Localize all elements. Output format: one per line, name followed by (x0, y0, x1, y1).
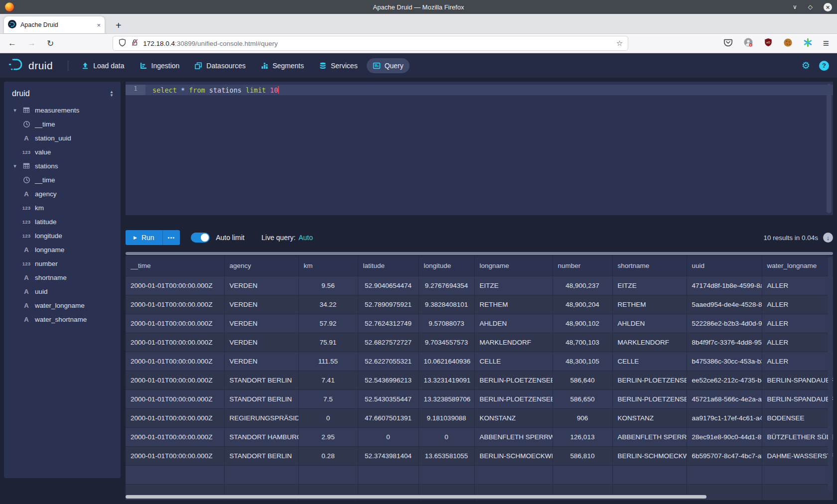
cell--time[interactable]: 2000-01-01T00:00:00.000Z (126, 371, 224, 389)
cell-uuid[interactable]: 45721a68-566c-4e2a-a6 (687, 389, 762, 408)
cell-longname[interactable]: BERLIN-PLOETZENSEE C (474, 371, 553, 389)
cell-uuid[interactable]: b475386c-30cc-453a-b3 (687, 352, 762, 371)
results-vertical-scrollbar[interactable] (828, 257, 833, 491)
cell-uuid[interactable]: 6b595707-8c47-4bc7-a8 (687, 446, 762, 465)
cell-longitude[interactable]: 10.0621640936 (418, 352, 474, 371)
cell-latitude[interactable]: 52.6827572727 (358, 333, 418, 352)
cell-latitude[interactable]: 52.5436996213 (358, 371, 418, 389)
cell-uuid[interactable]: 8b4f9f7c-3376-4dd8-950 (687, 333, 762, 352)
cell-agency[interactable]: REGIERUNGSPRÄSIDIUM (224, 408, 298, 427)
sidebar-column-measurements--time[interactable]: __time (4, 117, 121, 131)
cell-water-longname[interactable]: BERLIN-SPANDAUER-S (762, 389, 833, 408)
cell-water-longname[interactable]: BERLIN-SPANDAUER-S (762, 371, 833, 389)
window-close-icon[interactable]: × (824, 3, 832, 11)
cell-number[interactable]: 48,900,237 (553, 276, 612, 295)
column-header-latitude[interactable]: latitude (358, 256, 418, 276)
sidebar-table-stations[interactable]: ▾stations (4, 159, 121, 173)
sort-icon[interactable]: ▲ ▼ (110, 90, 114, 97)
cell-km[interactable]: 57.92 (298, 314, 358, 333)
cell-longname[interactable]: BERLIN-SCHMOECKWITZ (474, 446, 553, 465)
cell-number[interactable]: 48,700,103 (553, 333, 612, 352)
cell-shortname[interactable]: MARKLENDORF (612, 333, 687, 352)
cell--time[interactable]: 2000-01-01T00:00:00.000Z (126, 427, 224, 446)
column-header-agency[interactable]: agency (224, 256, 298, 276)
bookmark-star-icon[interactable]: ☆ (616, 39, 623, 48)
cell-longitude[interactable]: 13.3238589706 (418, 389, 474, 408)
cell-water-longname[interactable]: ALLER (762, 295, 833, 314)
cell-longname[interactable]: AHLDEN (474, 314, 553, 333)
cell-agency[interactable]: VERDEN (224, 276, 298, 295)
cell-shortname[interactable]: RETHEM (612, 295, 687, 314)
cell-agency[interactable]: STANDORT HAMBURG (224, 427, 298, 446)
cell-latitude[interactable]: 52.6227055321 (358, 352, 418, 371)
sql-text[interactable]: select * from stations limit 10 (145, 86, 279, 94)
cell-number[interactable]: 48,300,105 (553, 352, 612, 371)
sidebar-column-stations-longitude[interactable]: 123longitude (4, 229, 121, 243)
cell-agency[interactable]: STANDORT BERLIN (224, 371, 298, 389)
sql-editor[interactable]: 1 select * from stations limit 10 (126, 82, 833, 215)
cell-shortname[interactable]: BERLIN-SCHMOECKWITZ (612, 446, 687, 465)
cell-uuid[interactable]: 47174d8f-1b8e-4599-8a (687, 276, 762, 295)
cell-number[interactable]: 126,013 (553, 427, 612, 446)
cell-number[interactable]: 48,900,204 (553, 295, 612, 314)
cell-shortname[interactable]: CELLE (612, 352, 687, 371)
cell-agency[interactable]: VERDEN (224, 352, 298, 371)
cell-shortname[interactable]: AHLDEN (612, 314, 687, 333)
sidebar-column-stations-longname[interactable]: Alongname (4, 243, 121, 256)
cell-agency[interactable]: VERDEN (224, 295, 298, 314)
cell-uuid[interactable]: ee52ce62-212c-4735-b4 (687, 371, 762, 389)
cell-longitude[interactable]: 9.57088073 (418, 314, 474, 333)
editor-active-line[interactable]: 1 select * from stations limit 10 (126, 85, 833, 95)
cell-longname[interactable]: ABBENFLETH SPERRWEI (474, 427, 553, 446)
chevron-down-icon[interactable]: ▾ (12, 107, 18, 114)
cell-latitude[interactable]: 52.5430355447 (358, 389, 418, 408)
cell-agency[interactable]: STANDORT BERLIN (224, 446, 298, 465)
sidebar-table-measurements[interactable]: ▾measurements (4, 103, 121, 117)
schema-header[interactable]: druid ▲ ▼ (4, 82, 121, 103)
ublock-icon[interactable]: uO (764, 38, 773, 49)
pocket-icon[interactable] (723, 38, 733, 49)
chevron-down-icon[interactable]: ▾ (12, 163, 18, 169)
cell--time[interactable]: 2000-01-01T00:00:00.000Z (126, 389, 224, 408)
insecure-lock-icon[interactable] (131, 38, 139, 49)
cell-water-longname[interactable]: ALLER (762, 333, 833, 352)
cell--time[interactable]: 2000-01-01T00:00:00.000Z (126, 295, 224, 314)
cell-longitude[interactable]: 0 (418, 427, 474, 446)
run-more-button[interactable]: ••• (162, 230, 180, 245)
cell-latitude[interactable]: 52.3743981404 (358, 446, 418, 465)
nav-item-segments[interactable]: Segments (255, 58, 310, 73)
cell--time[interactable]: 2000-01-01T00:00:00.000Z (126, 276, 224, 295)
cell-km[interactable]: 75.91 (298, 333, 358, 352)
tab-close-icon[interactable]: × (97, 21, 101, 29)
nav-item-datasources[interactable]: Datasources (188, 58, 252, 73)
cell-km[interactable]: 0 (298, 408, 358, 427)
cell-number[interactable]: 906 (553, 408, 612, 427)
cell-km[interactable]: 34.22 (298, 295, 358, 314)
hamburger-menu-icon[interactable]: ≡ (823, 37, 829, 49)
sidebar-column-stations-latitude[interactable]: 123latitude (4, 215, 121, 229)
editor-scrollbar[interactable] (827, 84, 832, 213)
run-button[interactable]: ▶ Run (126, 230, 162, 245)
nav-item-query[interactable]: Query (367, 58, 410, 73)
gear-icon[interactable]: ⚙ (802, 60, 810, 71)
cell-shortname[interactable]: KONSTANZ (612, 408, 687, 427)
cell-km[interactable]: 0.28 (298, 446, 358, 465)
window-maximize-icon[interactable]: ◇ (808, 4, 813, 10)
column-header--time[interactable]: __time (126, 256, 224, 276)
nav-item-ingestion[interactable]: Ingestion (134, 58, 186, 73)
column-header-number[interactable]: number (553, 256, 612, 276)
cell-water-longname[interactable]: BÜTZFLETHER SÜDERE (762, 427, 833, 446)
sidebar-column-stations-uuid[interactable]: Auuid (4, 284, 121, 298)
window-minimize-icon[interactable]: ∨ (793, 4, 797, 10)
sidebar-column-stations--time[interactable]: __time (4, 173, 121, 187)
cell-agency[interactable]: VERDEN (224, 333, 298, 352)
sidebar-column-stations-water-longname[interactable]: Awater_longname (4, 298, 121, 312)
cell-longitude[interactable]: 9.181039088 (418, 408, 474, 427)
cell-longitude[interactable]: 13.653581055 (418, 446, 474, 465)
cell-km[interactable]: 2.95 (298, 427, 358, 446)
cell-water-longname[interactable]: BODENSEE (762, 408, 833, 427)
help-icon[interactable]: ? (819, 61, 829, 71)
cell--time[interactable]: 2000-01-01T00:00:00.000Z (126, 408, 224, 427)
cell-latitude[interactable]: 52.9040654474 (358, 276, 418, 295)
column-header-longitude[interactable]: longitude (418, 256, 474, 276)
